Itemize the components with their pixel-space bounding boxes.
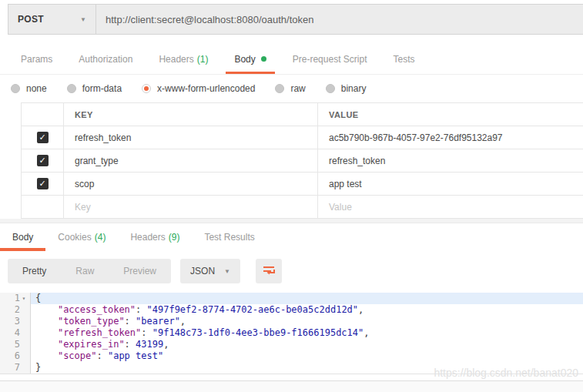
gutter-line: 3 [0, 316, 30, 327]
tab-pre-request-script[interactable]: Pre-request Script [280, 44, 380, 74]
body-mode-raw[interactable]: raw [275, 83, 305, 94]
line-number: 7 [15, 362, 20, 374]
json-token-p: : [125, 316, 136, 327]
gutter-line: 5 [0, 339, 30, 350]
row-check-cell: ✓ [21, 149, 64, 172]
json-token-p: } [35, 362, 41, 373]
header-check-cell [21, 103, 64, 126]
response-tab-test-results[interactable]: Test Results [192, 223, 266, 251]
request-tabs: ParamsAuthorizationHeaders(1)BodyPre-req… [0, 44, 583, 75]
pretty-view-button[interactable]: Pretty [8, 259, 61, 283]
code-line: "refresh_token": "9f148c73-1df0-4ee3-bbe… [31, 327, 583, 339]
method-dropdown[interactable]: POST ▼ [8, 4, 96, 35]
key-cell[interactable]: grant_type [64, 149, 318, 172]
body-set-dot [261, 56, 266, 62]
gutter-line: 6 [0, 350, 30, 362]
json-token-p [35, 316, 58, 327]
json-token-p [35, 327, 58, 338]
tab-headers[interactable]: Headers(1) [146, 44, 221, 74]
code-line: } [31, 362, 583, 374]
preview-view-button[interactable]: Preview [109, 259, 171, 283]
line-number: 5 [15, 339, 20, 350]
gutter-line: 4 [0, 327, 30, 339]
code-line: "token_type": "bearer", [31, 316, 583, 327]
json-token-k: "scope" [58, 350, 97, 361]
json-token-p: : [136, 304, 146, 315]
tab-count-badge: (4) [95, 232, 106, 243]
key-column-header: KEY [64, 103, 318, 126]
radio-icon [67, 84, 76, 93]
response-tab-headers[interactable]: Headers(9) [118, 223, 192, 251]
fold-caret-icon[interactable]: ▾ [20, 293, 28, 304]
response-tabs: BodyCookies(4)Headers(9)Test Results [0, 223, 583, 251]
mode-label: binary [341, 83, 367, 94]
tab-label: Headers [159, 54, 193, 65]
chevron-down-icon: ▼ [224, 268, 230, 275]
json-token-p: , [163, 339, 169, 350]
tab-authorization[interactable]: Authorization [65, 44, 146, 74]
url-input[interactable] [106, 14, 574, 25]
key-cell[interactable]: scop [64, 173, 318, 195]
mode-label: form-data [82, 83, 122, 94]
json-token-p: , [364, 327, 369, 338]
value-column-header: VALUE [318, 103, 583, 126]
value-cell[interactable]: ac5b790b-967b-4057-97e2-76df95132a97 [318, 126, 583, 149]
table-row: ✓grant_typerefresh_token [21, 149, 583, 173]
value-cell[interactable]: app test [318, 173, 583, 195]
line-number: 4 [15, 327, 20, 339]
raw-view-button[interactable]: Raw [61, 259, 109, 283]
tab-label: Body [12, 232, 33, 243]
json-token-s: "9f148c73-1df0-4ee3-bbe9-f1666195dc14" [152, 327, 364, 338]
response-tab-body[interactable]: Body [0, 223, 45, 251]
json-token-s: "bearer" [136, 316, 180, 327]
key-cell[interactable]: refresh_token [64, 126, 318, 149]
json-token-k: "access_token" [58, 304, 136, 315]
body-mode-binary[interactable]: binary [326, 83, 367, 94]
tab-label: Headers [130, 232, 165, 243]
json-token-p: { [35, 293, 41, 303]
value-cell[interactable]: Value [318, 196, 583, 218]
code-line: "scope": "app test" [31, 350, 583, 362]
language-dropdown[interactable]: JSON ▼ [180, 259, 240, 283]
line-number: 1 [15, 293, 20, 304]
code-line: { [31, 293, 583, 304]
body-mode-none[interactable]: none [11, 83, 47, 94]
json-token-p [35, 339, 58, 350]
view-button-group: PrettyRawPreview [8, 259, 171, 283]
table-row: ✓scopapp test [21, 173, 583, 196]
radio-icon [11, 84, 20, 93]
response-tab-cookies[interactable]: Cookies(4) [45, 223, 118, 251]
tab-label: Body [234, 54, 255, 65]
checked-checkbox[interactable]: ✓ [37, 155, 49, 166]
tab-params[interactable]: Params [8, 44, 65, 74]
table-header-row: KEY VALUE [21, 103, 583, 126]
value-cell[interactable]: refresh_token [318, 149, 583, 172]
body-mode-form-data[interactable]: form-data [67, 83, 122, 94]
tab-tests[interactable]: Tests [380, 44, 427, 74]
checked-checkbox[interactable]: ✓ [37, 132, 49, 143]
chevron-down-icon: ▼ [80, 16, 86, 23]
tab-body[interactable]: Body [221, 44, 279, 74]
json-token-k: "token_type" [58, 316, 125, 327]
tab-label: Params [21, 54, 52, 65]
json-token-p: : [125, 339, 136, 350]
wrap-text-button[interactable] [256, 259, 282, 283]
body-mode-radios: noneform-datax-www-form-urlencodedrawbin… [0, 75, 583, 102]
json-token-k: "refresh_token" [58, 327, 141, 338]
table-row: ✓refresh_tokenac5b790b-967b-4057-97e2-76… [21, 126, 583, 149]
checked-checkbox[interactable]: ✓ [37, 178, 49, 189]
body-mode-x-www-form-urlencoded[interactable]: x-www-form-urlencoded [142, 83, 255, 94]
json-token-p: , [358, 304, 364, 315]
json-token-n: 43199 [136, 339, 163, 350]
gutter-line: 1▾ [0, 293, 30, 304]
wrap-text-icon [263, 266, 275, 276]
request-bar: POST ▼ [0, 4, 583, 35]
url-bar [96, 4, 583, 35]
tab-count-badge: (1) [197, 54, 209, 65]
json-token-p [35, 304, 58, 315]
response-toolbar: PrettyRawPreview JSON ▼ [0, 257, 583, 285]
json-token-p: : [141, 327, 152, 338]
code-line: "expires_in": 43199, [31, 339, 583, 350]
key-cell[interactable]: Key [64, 196, 318, 218]
json-token-s: "497f9ef2-8774-4702-ae6c-be0a5c2dd12d" [147, 304, 359, 315]
